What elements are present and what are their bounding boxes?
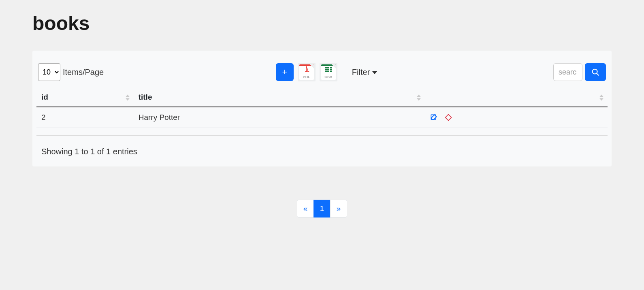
showing-entries-text: Showing 1 to 1 of 1 entries [36, 147, 608, 156]
toolbar: 10 Items/Page + [36, 63, 608, 81]
column-header-id[interactable]: id [36, 89, 134, 107]
search-button[interactable] [585, 63, 606, 81]
edit-button[interactable] [430, 113, 438, 122]
plus-icon: + [282, 68, 287, 77]
cell-id: 2 [36, 107, 134, 128]
column-header-actions [425, 89, 608, 107]
sort-icon [417, 95, 421, 101]
export-csv-button[interactable]: CSV [320, 63, 337, 81]
edit-icon [430, 113, 438, 122]
search-input[interactable] [553, 63, 582, 81]
pagination-next[interactable]: » [330, 200, 347, 218]
svg-point-0 [593, 69, 597, 74]
books-table: id title [36, 89, 608, 128]
items-per-page-label: Items/Page [63, 68, 104, 77]
chevron-down-icon [372, 71, 377, 74]
add-button[interactable]: + [276, 63, 294, 81]
items-per-page-select[interactable]: 10 [38, 63, 60, 81]
pagination-page-1[interactable]: 1 [313, 200, 331, 218]
sort-icon [126, 95, 130, 101]
eraser-icon [444, 113, 452, 122]
pagination: « 1 » [297, 200, 347, 218]
filter-dropdown[interactable]: Filter [348, 65, 381, 79]
delete-button[interactable] [444, 113, 452, 122]
column-header-title[interactable]: title [134, 89, 425, 107]
table-row: 2 Harry Potter [36, 107, 608, 128]
cell-title: Harry Potter [134, 107, 425, 128]
export-pdf-button[interactable]: PDF [298, 63, 316, 81]
pagination-prev[interactable]: « [297, 200, 314, 218]
page-title: books [32, 12, 612, 34]
svg-line-1 [597, 73, 599, 75]
sort-icon [599, 95, 603, 101]
search-icon [591, 68, 600, 77]
table-panel: 10 Items/Page + [32, 51, 612, 166]
